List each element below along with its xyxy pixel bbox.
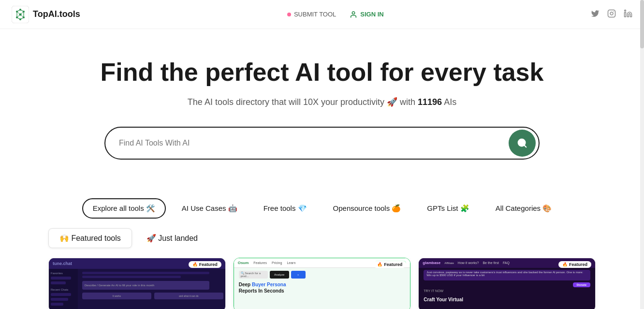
svg-point-18 xyxy=(352,12,355,14)
logo-icon xyxy=(12,6,29,23)
header-nav: SUBMIT TOOL SIGN IN xyxy=(287,11,384,18)
card-glambase[interactable]: glambase Affiliate How it works? Be the … xyxy=(418,258,596,309)
filter-tab-categories[interactable]: All Categories 🎨 xyxy=(485,199,562,218)
filter-tab-explore[interactable]: Explore all tools 🛠️ xyxy=(82,198,166,219)
filter-tab-use-cases[interactable]: AI Use Cases 🤖 xyxy=(172,199,248,218)
card-osum[interactable]: Osum Features Pricing Learn Free no cred… xyxy=(234,258,411,309)
hero-subtitle-prefix: The AI tools directory that will 10X you… xyxy=(188,97,418,107)
tab-featured-tools[interactable]: 🙌 Featured tools xyxy=(48,228,132,248)
cards-row: tune.chat Favorites Recent Chats Describ… xyxy=(0,258,644,309)
logo-text: TopAI.tools xyxy=(33,9,80,19)
card-osum-badge: 🔥 Featured xyxy=(373,261,406,268)
sign-in-label: SIGN IN xyxy=(360,11,383,18)
card-tune-chat[interactable]: tune.chat Favorites Recent Chats Describ… xyxy=(48,258,226,309)
submit-tool-label: SUBMIT TOOL xyxy=(294,11,336,18)
search-container xyxy=(104,127,540,160)
search-input[interactable] xyxy=(119,132,509,154)
content-tabs: 🙌 Featured tools 🚀 Just landed xyxy=(0,228,644,258)
submit-tool-dot xyxy=(287,13,291,16)
card-osum-title: Deep Buyer PersonaReports In Seconds xyxy=(239,281,406,294)
logo[interactable]: TopAI.tools xyxy=(12,6,80,23)
card-glambase-screenshot: glambase Affiliate How it works? Be the … xyxy=(419,258,595,309)
svg-rect-21 xyxy=(624,12,626,16)
filter-tabs: Explore all tools 🛠️ AI Use Cases 🤖 Free… xyxy=(0,198,644,228)
hero-subtitle: The AI tools directory that will 10X you… xyxy=(12,97,632,107)
search-bar xyxy=(104,127,540,160)
tab-just-landed[interactable]: 🚀 Just landed xyxy=(136,229,208,248)
linkedin-icon[interactable] xyxy=(624,9,632,20)
card-glambase-title: Craft Your Virtual xyxy=(424,296,590,303)
hero-section: Find the perfect AI tool for every task … xyxy=(0,29,644,198)
filter-tab-opensource[interactable]: Opensource tools 🍊 xyxy=(323,199,411,218)
instagram-icon[interactable] xyxy=(607,9,616,20)
card-tune-chat-main: Describe / Generate An AI to fill your r… xyxy=(80,269,225,302)
hero-tools-count: 11196 xyxy=(418,97,442,107)
submit-tool-link[interactable]: SUBMIT TOOL xyxy=(287,11,336,18)
hero-subtitle-suffix: AIs xyxy=(442,97,456,107)
filter-tab-free[interactable]: Free tools 💎 xyxy=(253,199,317,218)
card-tune-chat-sidebar: Favorites Recent Chats xyxy=(49,269,78,309)
header-social xyxy=(591,9,632,20)
search-icon xyxy=(517,138,527,148)
search-button[interactable] xyxy=(509,130,536,157)
card-glambase-badge: 🔥 Featured xyxy=(558,261,591,268)
header: TopAI.tools SUBMIT TOOL SIGN IN xyxy=(0,0,644,29)
svg-point-22 xyxy=(624,10,626,11)
twitter-icon[interactable] xyxy=(591,9,600,20)
card-tune-chat-screenshot: tune.chat Favorites Recent Chats Describ… xyxy=(49,258,225,309)
card-osum-screenshot: Osum Features Pricing Learn Free no cred… xyxy=(234,258,410,309)
sign-in-icon xyxy=(350,11,357,18)
svg-rect-19 xyxy=(608,10,615,17)
svg-line-24 xyxy=(524,145,526,147)
scrollbar[interactable] xyxy=(640,0,644,309)
filter-tab-gpts[interactable]: GPTs List 🧩 xyxy=(417,199,479,218)
sign-in-link[interactable]: SIGN IN xyxy=(350,11,383,18)
hero-title: Find the perfect AI tool for every task xyxy=(12,58,632,87)
scrollbar-thumb[interactable] xyxy=(640,0,644,48)
card-tune-chat-badge: 🔥 Featured xyxy=(189,261,221,268)
